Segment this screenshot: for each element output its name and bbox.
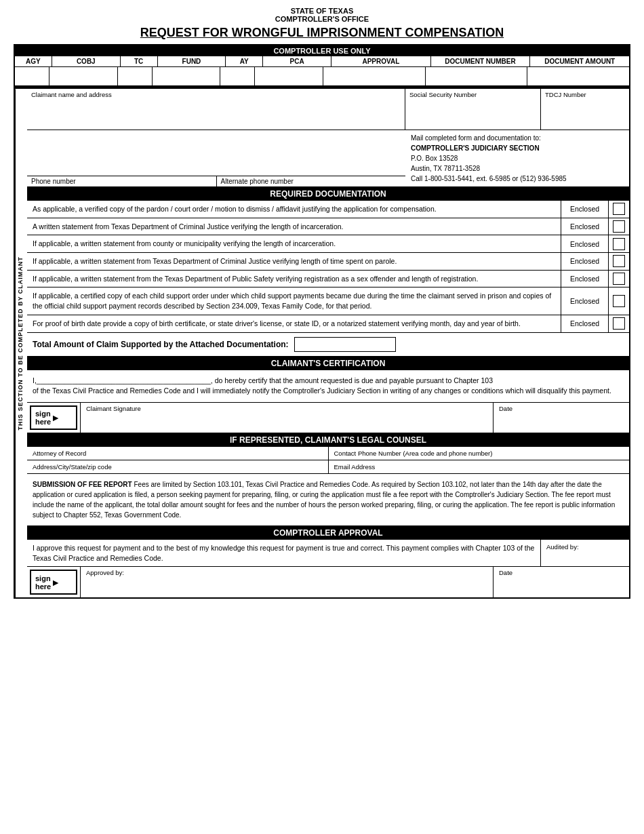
mail-line5: Call 1-800-531-5441, ext. 6-5985 or (512… — [411, 174, 624, 184]
doc-checkbox-0[interactable] — [609, 201, 629, 218]
here-label-approval: here — [35, 582, 51, 591]
doc-enclosed-3: Enclosed — [561, 253, 609, 270]
total-claim-row: Total Amount of Claim Supported by the A… — [27, 333, 629, 357]
cert-header: CLAIMANT'S CERTIFICATION — [27, 357, 629, 370]
date-label-claimant: Date — [499, 405, 624, 412]
val-approval[interactable] — [323, 67, 426, 85]
col-doc-number: DOCUMENT NUMBER — [431, 56, 531, 66]
comptroller-use-only-label: COMPTROLLER USE ONLY — [15, 45, 629, 56]
cert-text-line2: of the Texas Civil Practice and Remedies… — [33, 386, 611, 395]
mail-info-box: Mail completed form and documentation to… — [405, 130, 629, 186]
val-doc-amount[interactable] — [527, 67, 629, 85]
approval-row: I approve this request for payment and t… — [27, 540, 629, 567]
sign-arrow-approval-icon: ► — [51, 577, 60, 588]
date-box-approval[interactable]: Date — [494, 567, 629, 597]
checkbox-2[interactable] — [613, 238, 625, 250]
cert-text-before: I, — [33, 376, 37, 384]
val-ay[interactable] — [220, 67, 255, 85]
doc-row-1: A written statement from Texas Departmen… — [27, 218, 629, 236]
approved-by-box[interactable]: Approved by: — [80, 567, 494, 597]
sign-arrow-icon: ► — [51, 412, 60, 423]
required-doc-header: REQUIRED DOCUMENTATION — [27, 187, 629, 201]
doc-checkbox-4[interactable] — [609, 271, 629, 287]
doc-row-6: For proof of birth date provide a copy o… — [27, 315, 629, 333]
val-fund[interactable] — [153, 67, 221, 85]
cert-text: I,______________________________________… — [27, 370, 629, 403]
claimant-name-label: Claimant name and address — [31, 91, 401, 98]
doc-checkbox-2[interactable] — [609, 235, 629, 252]
val-agy[interactable] — [15, 67, 49, 85]
doc-checkbox-5[interactable] — [609, 287, 629, 314]
doc-enclosed-6: Enclosed — [561, 315, 609, 332]
phone-section: Phone number Alternate phone number — [27, 130, 405, 186]
claimant-info-row: Claimant name and address Social Securit… — [27, 89, 629, 130]
val-tc[interactable] — [118, 67, 153, 85]
sign-here-approval: sign here ► — [30, 570, 77, 595]
attorney-label: Attorney of Record — [33, 450, 323, 457]
ssn-box[interactable]: Social Security Number — [405, 89, 541, 130]
checkbox-6[interactable] — [613, 317, 625, 330]
page: STATE OF TEXAS COMPTROLLER'S OFFICE REQU… — [0, 0, 644, 605]
doc-text-1: A written statement from Texas Departmen… — [27, 218, 561, 235]
doc-checkbox-1[interactable] — [609, 218, 629, 235]
checkbox-3[interactable] — [613, 255, 625, 267]
checkbox-0[interactable] — [613, 203, 625, 215]
total-claim-input[interactable] — [294, 337, 396, 352]
doc-enclosed-2: Enclosed — [561, 235, 609, 252]
audited-box[interactable]: Audited by: — [541, 540, 629, 566]
checkbox-4[interactable] — [613, 273, 625, 285]
comptroller-approval-header: COMPTROLLER APPROVAL — [27, 526, 629, 540]
claimant-sig-label: Claimant Signature — [86, 405, 487, 412]
email-cell[interactable]: Email Address — [329, 460, 630, 473]
alt-phone-label: Alternate phone number — [217, 176, 406, 186]
doc-text-2: If applicable, a written statement from … — [27, 235, 561, 252]
state-line1: STATE OF TEXAS — [14, 7, 630, 15]
phone-empty-space[interactable] — [27, 130, 405, 176]
mail-phone-row: Phone number Alternate phone number Mail… — [27, 130, 629, 187]
sign-label: sign — [35, 410, 51, 418]
sign-here-claimant: sign here ► — [30, 405, 77, 430]
contact-phone-cell[interactable]: Contact Phone Number (Area code and phon… — [329, 447, 630, 460]
date-box-claimant[interactable]: Date — [494, 403, 629, 433]
doc-row-0: As applicable, a verified copy of the pa… — [27, 201, 629, 218]
col-ay: AY — [226, 56, 263, 66]
sign-label-approval: sign — [35, 574, 51, 582]
address-cell[interactable]: Address/City/State/zip code — [27, 460, 329, 473]
doc-checkbox-6[interactable] — [609, 315, 629, 332]
attorney-cell[interactable]: Attorney of Record — [27, 447, 329, 460]
approved-by-label: Approved by: — [86, 569, 487, 576]
phone-label: Phone number — [27, 176, 217, 186]
ssn-label: Social Security Number — [409, 91, 536, 98]
doc-enclosed-0: Enclosed — [561, 201, 609, 218]
fee-report-text: SUBMISSION OF FEE REPORT Fees are limite… — [27, 474, 629, 526]
val-cobj[interactable] — [49, 67, 118, 85]
doc-enclosed-4: Enclosed — [561, 271, 609, 287]
col-approval: APPROVAL — [331, 56, 431, 66]
address-label: Address/City/State/zip code — [33, 463, 323, 471]
phone-labels-row: Phone number Alternate phone number — [27, 176, 405, 186]
checkbox-5[interactable] — [613, 295, 625, 307]
doc-text-6: For proof of birth date provide a copy o… — [27, 315, 561, 332]
col-agy: AGY — [15, 56, 52, 66]
grid-header-row: AGY COBJ TC FUND AY PCA APPROVAL DOCUMEN… — [15, 56, 629, 67]
doc-checkbox-3[interactable] — [609, 253, 629, 270]
val-doc-number[interactable] — [426, 67, 528, 85]
state-line2: COMPTROLLER'S OFFICE — [14, 15, 630, 23]
checkbox-1[interactable] — [613, 220, 625, 233]
contact-phone-label: Contact Phone Number (Area code and phon… — [334, 450, 624, 457]
main-content: THIS SECTION TO BE COMPLETED BY CLAIMANT… — [14, 87, 630, 599]
claimant-sig-box[interactable]: Claimant Signature — [80, 403, 494, 433]
val-pca[interactable] — [255, 67, 323, 85]
tdcj-box[interactable]: TDCJ Number — [541, 89, 629, 130]
mail-line2: COMPTROLLER'S JUDICIARY SECTION — [411, 143, 624, 153]
doc-row-5: If applicable, a certified copy of each … — [27, 287, 629, 315]
sign-row-approval: sign here ► Approved by: Date — [27, 567, 629, 597]
doc-text-4: If applicable, a written statement from … — [27, 271, 561, 287]
side-label: THIS SECTION TO BE COMPLETED BY CLAIMANT — [15, 89, 27, 597]
date-label-approval: Date — [499, 569, 624, 576]
doc-enclosed-1: Enclosed — [561, 218, 609, 235]
doc-text-0: As applicable, a verified copy of the pa… — [27, 201, 561, 218]
cert-text-line1: , do hereby certify that the amount requ… — [211, 376, 493, 384]
claimant-address-box[interactable]: Claimant name and address — [27, 89, 405, 130]
col-cobj: COBJ — [52, 56, 121, 66]
